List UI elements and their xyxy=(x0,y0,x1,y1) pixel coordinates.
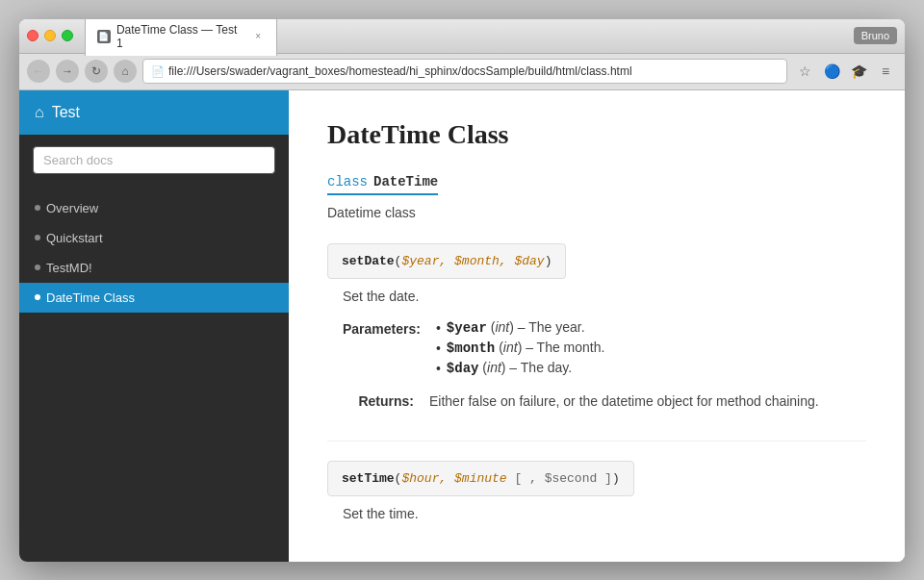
sidebar-header: ⌂ Test xyxy=(19,90,289,135)
close-button[interactable] xyxy=(27,30,38,41)
tab-area: 📄 DateTime Class — Test 1 × xyxy=(85,19,854,56)
more-icon[interactable]: ≡ xyxy=(874,60,897,83)
nav-dot-icon xyxy=(35,235,40,240)
sidebar-search-container xyxy=(19,135,289,186)
param-name: $month xyxy=(447,340,495,356)
class-keyword: class xyxy=(327,174,368,189)
browser-tab[interactable]: 📄 DateTime Class — Test 1 × xyxy=(85,19,277,56)
bullet-icon: • xyxy=(436,320,441,336)
search-input[interactable] xyxy=(33,146,275,174)
maximize-button[interactable] xyxy=(62,30,73,41)
nav-dot-icon xyxy=(35,265,40,270)
address-bar: ← → ↻ ⌂ 📄 file:///Users/swader/vagrant_b… xyxy=(19,54,905,90)
tab-favicon: 📄 xyxy=(97,30,111,43)
method-settime: setTime($hour, $minute [ , $second ]) Se… xyxy=(327,461,866,521)
param-type: int xyxy=(487,360,501,375)
params-label: Parameters: xyxy=(343,319,436,380)
tab-close-button[interactable]: × xyxy=(251,30,265,43)
sidebar-item-testmd[interactable]: TestMD! xyxy=(19,253,289,283)
main-layout: ⌂ Test Overview Quickstart TestMD! xyxy=(19,90,905,562)
user-badge: Bruno xyxy=(854,27,897,44)
nav-dot-icon xyxy=(35,205,40,211)
class-description: Datetime class xyxy=(327,205,866,220)
forward-button[interactable]: → xyxy=(56,60,79,83)
traffic-lights xyxy=(27,30,73,41)
url-bar[interactable]: 📄 file:///Users/swader/vagrant_boxes/hom… xyxy=(142,59,787,84)
class-name-label: DateTime xyxy=(373,174,438,189)
toolbar-icons: ☆ 🔵 🎓 ≡ xyxy=(793,60,897,83)
param-type: int xyxy=(503,340,518,355)
params-row: Parameters: • $year (int) – The year. • … xyxy=(343,319,866,380)
param-year: • $year (int) – The year. xyxy=(436,319,866,336)
extension2-icon[interactable]: 🎓 xyxy=(847,60,870,83)
sidebar-item-label: Quickstart xyxy=(46,231,103,245)
url-lock-icon: 📄 xyxy=(151,65,165,78)
content-area: DateTime Class class DateTime Datetime c… xyxy=(289,90,905,562)
param-day: • $day (int) – The day. xyxy=(436,360,866,376)
param-month: • $month (int) – The month. xyxy=(436,340,866,356)
param-name: $day xyxy=(447,361,479,376)
settime-description: Set the time. xyxy=(343,506,866,521)
returns-content: Either false on failure, or the datetime… xyxy=(429,391,866,412)
title-bar: 📄 DateTime Class — Test 1 × Bruno xyxy=(19,19,905,54)
home-button[interactable]: ⌂ xyxy=(114,60,137,83)
method-setdate: setDate($year, $month, $day) Set the dat… xyxy=(327,243,866,412)
page-title: DateTime Class xyxy=(327,119,866,150)
setdate-description: Set the date. xyxy=(343,289,866,304)
sidebar-item-label: TestMD! xyxy=(46,261,92,275)
nav-dot-icon xyxy=(35,294,40,300)
settime-params: $hour, $minute xyxy=(401,471,506,486)
sidebar-item-label: Overview xyxy=(46,201,98,215)
sidebar: ⌂ Test Overview Quickstart TestMD! xyxy=(19,90,289,562)
param-type: int xyxy=(495,319,509,335)
minimize-button[interactable] xyxy=(44,30,56,41)
setdate-signature: setDate($year, $month, $day) xyxy=(327,243,566,279)
url-text: file:///Users/swader/vagrant_boxes/homes… xyxy=(168,64,632,78)
param-name: $year xyxy=(447,320,487,336)
returns-row: Returns: Either false on failure, or the… xyxy=(343,391,866,412)
sidebar-item-datetime[interactable]: DateTime Class xyxy=(19,283,289,313)
bullet-icon: • xyxy=(436,340,441,356)
browser-window: 📄 DateTime Class — Test 1 × Bruno ← → ↻ … xyxy=(19,19,905,562)
bullet-icon: • xyxy=(436,361,441,376)
returns-text: Either false on failure, or the datetime… xyxy=(429,391,866,412)
returns-label: Returns: xyxy=(343,391,429,412)
settime-name: setTime xyxy=(342,471,395,486)
setdate-name: setDate xyxy=(342,254,395,268)
sidebar-item-label: DateTime Class xyxy=(46,290,135,305)
setdate-params-table: Parameters: • $year (int) – The year. • … xyxy=(343,319,866,412)
setdate-params: $year, $month, $day xyxy=(401,254,544,268)
separator xyxy=(327,441,866,441)
sidebar-item-overview[interactable]: Overview xyxy=(19,193,289,223)
params-content: • $year (int) – The year. • $month (int)… xyxy=(436,319,866,380)
reload-button[interactable]: ↻ xyxy=(85,60,108,83)
back-button[interactable]: ← xyxy=(27,60,50,83)
sidebar-item-quickstart[interactable]: Quickstart xyxy=(19,223,289,253)
settime-optional: [ , $second ] xyxy=(514,471,611,486)
sidebar-title: Test xyxy=(52,104,80,121)
class-signature: class DateTime xyxy=(327,174,438,195)
settime-signature: setTime($hour, $minute [ , $second ]) xyxy=(327,461,634,496)
bookmark-icon[interactable]: ☆ xyxy=(793,60,816,83)
extension-icon[interactable]: 🔵 xyxy=(820,60,843,83)
sidebar-nav: Overview Quickstart TestMD! DateTime Cla… xyxy=(19,186,289,320)
tab-title: DateTime Class — Test 1 xyxy=(116,23,245,50)
home-icon: ⌂ xyxy=(35,104,44,121)
